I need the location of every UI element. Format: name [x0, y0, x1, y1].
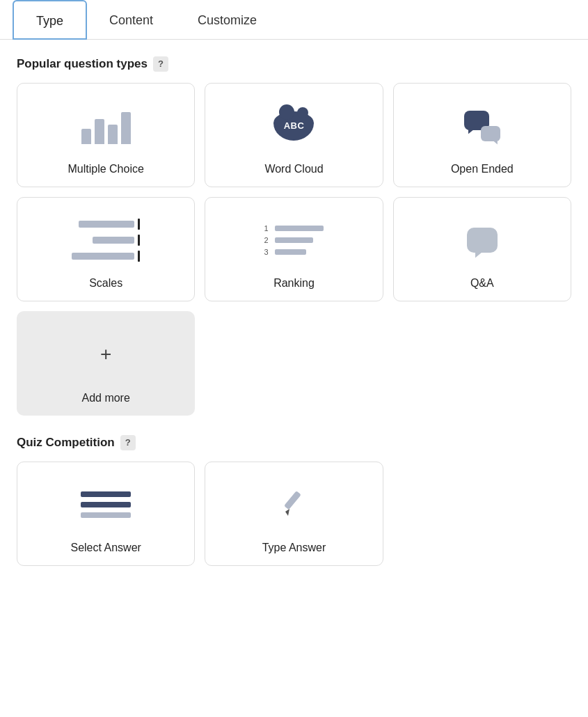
- tab-bar: Type Content Customize: [0, 0, 588, 40]
- add-more-icon: +: [100, 325, 111, 384]
- quiz-title-text: Quiz Competition: [17, 436, 115, 450]
- popular-title-text: Popular question types: [17, 57, 148, 71]
- word-cloud-icon: ABC: [273, 97, 314, 155]
- open-ended-icon: [464, 97, 500, 155]
- card-add-more[interactable]: + Add more: [17, 311, 195, 416]
- type-answer-label: Type Answer: [262, 542, 326, 554]
- card-multiple-choice[interactable]: Multiple Choice: [17, 83, 195, 187]
- multiple-choice-icon: [81, 97, 131, 155]
- scales-label: Scales: [89, 277, 122, 290]
- card-qanda[interactable]: Q&A: [393, 197, 571, 301]
- ranking-icon: 1 2 3: [264, 212, 324, 269]
- word-cloud-abc-text: ABC: [284, 120, 305, 131]
- popular-section: Popular question types ? Multiple Choice…: [0, 56, 588, 435]
- qanda-label: Q&A: [470, 277, 494, 290]
- card-scales[interactable]: Scales: [17, 197, 195, 301]
- quiz-section: Quiz Competition ? Select Answer: [0, 435, 588, 585]
- add-more-label: Add more: [81, 392, 129, 404]
- quiz-help-icon[interactable]: ?: [120, 435, 136, 450]
- popular-section-title: Popular question types ?: [17, 56, 571, 72]
- popular-grid: Multiple Choice ABC Word Cloud Open Ende…: [17, 83, 571, 416]
- svg-marker-1: [285, 509, 289, 516]
- quiz-section-title: Quiz Competition ?: [17, 435, 571, 450]
- tab-type[interactable]: Type: [13, 0, 87, 40]
- multiple-choice-label: Multiple Choice: [67, 163, 143, 175]
- scales-icon: [72, 212, 140, 269]
- select-answer-icon: [81, 476, 131, 533]
- tab-content[interactable]: Content: [87, 0, 175, 39]
- tab-customize[interactable]: Customize: [175, 0, 279, 39]
- ranking-label: Ranking: [273, 277, 315, 290]
- card-select-answer[interactable]: Select Answer: [17, 462, 195, 566]
- select-answer-label: Select Answer: [70, 542, 141, 554]
- card-ranking[interactable]: 1 2 3 Ranking: [205, 197, 383, 301]
- open-ended-label: Open Ended: [451, 163, 514, 175]
- type-answer-icon: [276, 476, 312, 533]
- card-word-cloud[interactable]: ABC Word Cloud: [205, 83, 383, 187]
- card-open-ended[interactable]: Open Ended: [393, 83, 571, 187]
- quiz-grid: Select Answer Type Answer: [17, 462, 571, 566]
- word-cloud-label: Word Cloud: [264, 163, 323, 175]
- svg-rect-0: [284, 491, 301, 510]
- card-type-answer[interactable]: Type Answer: [205, 462, 383, 566]
- qanda-icon: [467, 212, 498, 269]
- popular-help-icon[interactable]: ?: [153, 56, 168, 72]
